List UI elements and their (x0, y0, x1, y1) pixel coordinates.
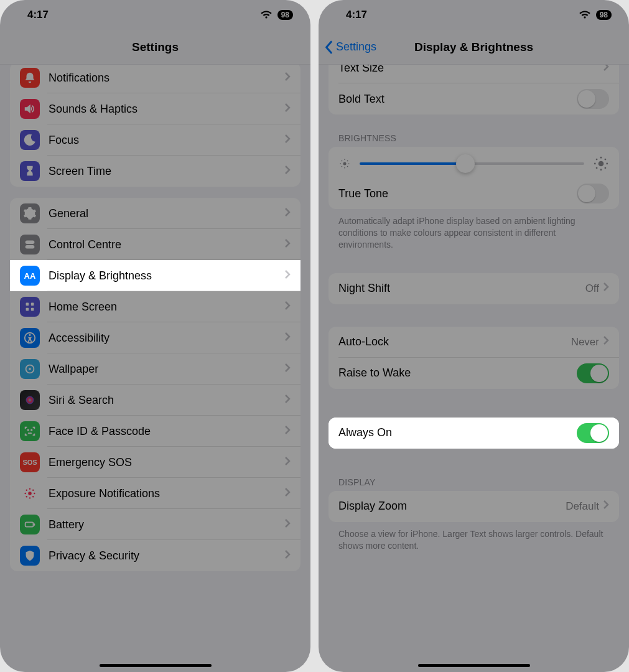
row-home-screen[interactable]: Home Screen (10, 291, 301, 322)
row-night-shift[interactable]: Night Shift Off (328, 273, 619, 304)
navbar-display: Settings Display & Brightness (319, 30, 629, 65)
group-display-zoom: Display Zoom Default (328, 491, 619, 522)
battery-icon: 98 (277, 10, 293, 20)
svg-point-39 (605, 159, 607, 161)
svg-point-10 (26, 396, 34, 404)
svg-rect-1 (26, 245, 35, 249)
row-label: Accessibility (49, 332, 284, 345)
wallpaper-icon (20, 359, 40, 379)
row-raise-to-wake[interactable]: Raise to Wake (328, 358, 619, 389)
status-time: 4:17 (346, 9, 367, 21)
row-label: Siri & Search (49, 394, 284, 407)
auto-lock-value: Never (571, 336, 599, 348)
row-display-brightness[interactable]: AA Display & Brightness (10, 260, 301, 291)
sos-icon: SOS (20, 452, 40, 472)
chevron-right-icon (284, 72, 291, 85)
row-label: Display & Brightness (49, 269, 284, 282)
accessibility-icon (20, 328, 40, 348)
settings-group-general: General Control Centre AA Display & Brig… (10, 198, 301, 571)
chevron-right-icon (284, 425, 291, 438)
chevron-right-icon (603, 500, 609, 513)
row-label: Face ID & Passcode (49, 425, 284, 438)
sun-large-icon (593, 156, 609, 172)
svg-point-13 (28, 492, 32, 495)
chevron-right-icon (603, 335, 609, 348)
svg-point-29 (342, 161, 343, 162)
back-button[interactable]: Settings (324, 40, 376, 54)
row-label: Auto-Lock (338, 335, 571, 348)
row-sounds[interactable]: Sounds & Haptics (10, 93, 301, 124)
general-icon (20, 203, 40, 223)
display-zoom-footer: Choose a view for iPhone. Larger Text sh… (338, 528, 609, 552)
bold-text-toggle[interactable] (577, 89, 609, 109)
raise-to-wake-toggle[interactable] (577, 363, 609, 383)
row-accessibility[interactable]: Accessibility (10, 322, 301, 353)
group-night-shift: Night Shift Off (328, 273, 619, 304)
row-screen-time[interactable]: Screen Time (10, 156, 301, 187)
row-notifications[interactable]: Notifications (10, 65, 301, 93)
chevron-right-icon (284, 207, 291, 220)
row-label: True Tone (338, 187, 577, 200)
row-focus[interactable]: Focus (10, 124, 301, 156)
row-wallpaper[interactable]: Wallpaper (10, 353, 301, 385)
row-label: Text Size (338, 65, 603, 75)
notifications-icon (20, 68, 40, 88)
row-label: Always On (338, 426, 577, 439)
home-indicator[interactable] (418, 664, 530, 667)
brightness-slider-row[interactable] (328, 147, 619, 178)
svg-point-15 (29, 497, 30, 498)
row-always-on[interactable]: Always On (328, 418, 619, 449)
svg-point-31 (342, 166, 343, 167)
row-control-centre[interactable]: Control Centre (10, 229, 301, 260)
svg-point-20 (26, 496, 27, 497)
row-siri[interactable]: Siri & Search (10, 385, 301, 416)
row-label: Wallpaper (49, 363, 284, 376)
chevron-right-icon (284, 518, 291, 531)
svg-point-36 (594, 163, 596, 165)
row-text-size[interactable]: Text Size (328, 65, 619, 83)
row-true-tone[interactable]: True Tone (328, 178, 619, 209)
row-battery[interactable]: Battery (10, 509, 301, 540)
group-brightness: True Tone (328, 147, 619, 209)
svg-point-28 (348, 163, 350, 164)
status-time: 4:17 (27, 9, 49, 21)
row-exposure[interactable]: Exposure Notifications (10, 478, 301, 509)
row-privacy[interactable]: Privacy & Security (10, 540, 301, 571)
svg-point-25 (344, 159, 345, 161)
control-centre-icon (20, 235, 40, 254)
row-label: Emergency SOS (49, 456, 284, 469)
row-faceid[interactable]: Face ID & Passcode (10, 416, 301, 447)
status-icons: 98 (260, 10, 293, 20)
row-auto-lock[interactable]: Auto-Lock Never (328, 327, 619, 358)
svg-point-35 (600, 169, 602, 170)
row-label: Privacy & Security (49, 549, 284, 562)
group-lock: Auto-Lock Never Raise to Wake (328, 327, 619, 389)
row-bold-text[interactable]: Bold Text (328, 83, 619, 114)
group-always-on: Always On (328, 418, 619, 449)
row-label: Home Screen (49, 301, 284, 314)
svg-point-11 (28, 429, 29, 430)
sun-small-icon (338, 157, 351, 170)
screen-settings: 4:17 98 Settings Notifications Sounds & … (0, 0, 310, 672)
brightness-thumb[interactable] (456, 154, 475, 173)
svg-point-18 (26, 490, 27, 491)
svg-rect-4 (26, 308, 29, 311)
svg-rect-3 (31, 303, 34, 306)
always-on-toggle[interactable] (577, 423, 609, 443)
brightness-track[interactable] (360, 162, 584, 165)
status-bar: 4:17 98 (0, 0, 310, 30)
night-shift-value: Off (585, 282, 599, 295)
row-display-zoom[interactable]: Display Zoom Default (328, 491, 619, 522)
row-general[interactable]: General (10, 198, 301, 229)
home-indicator[interactable] (100, 664, 212, 667)
navbar-settings: Settings (0, 30, 310, 65)
row-sos[interactable]: SOS Emergency SOS (10, 447, 301, 478)
row-label: Raise to Wake (338, 366, 577, 380)
battery-icon: 98 (596, 10, 612, 20)
svg-point-7 (29, 334, 31, 336)
chevron-right-icon (284, 301, 291, 314)
chevron-right-icon (284, 165, 291, 178)
svg-point-33 (599, 161, 604, 167)
row-label: Battery (49, 518, 284, 531)
true-tone-toggle[interactable] (577, 184, 609, 203)
